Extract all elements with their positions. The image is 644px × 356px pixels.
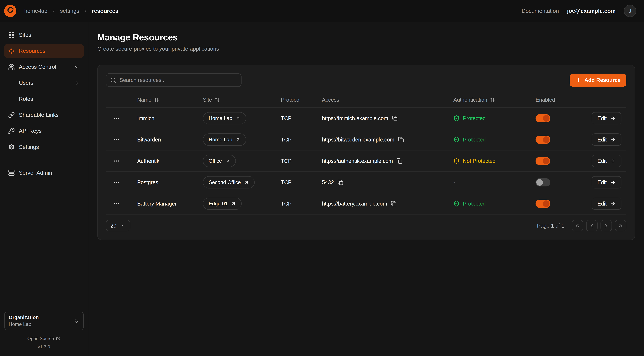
- access-value: 5432: [322, 179, 334, 186]
- sidebar-item-roles[interactable]: Roles: [4, 92, 84, 106]
- row-actions-button[interactable]: [111, 198, 122, 210]
- row-menu-cell: [106, 176, 131, 188]
- copy-button[interactable]: [391, 201, 396, 206]
- breadcrumb-org[interactable]: home-lab: [24, 8, 47, 14]
- resource-name: Authentik: [131, 158, 196, 164]
- resource-name: Postgres: [131, 179, 196, 186]
- enabled-cell: [529, 200, 586, 208]
- edit-button[interactable]: Edit: [592, 112, 621, 124]
- link-icon: [8, 112, 15, 118]
- copy-button[interactable]: [392, 116, 398, 121]
- copy-button[interactable]: [396, 158, 402, 164]
- app-logo[interactable]: [4, 5, 16, 17]
- enabled-toggle[interactable]: [536, 200, 550, 208]
- search-input[interactable]: [106, 73, 242, 87]
- row-actions-button[interactable]: [111, 176, 122, 188]
- chevron-down-icon: [120, 223, 126, 228]
- page-size-select[interactable]: 20: [106, 220, 130, 232]
- resources-table: Name Site Protocol Access Authentication: [106, 92, 626, 232]
- documentation-link[interactable]: Documentation: [522, 8, 559, 14]
- ellipsis-icon: [113, 115, 120, 122]
- copy-icon: [392, 116, 398, 121]
- arrow-right-icon: [610, 137, 616, 142]
- server-icon: [8, 170, 15, 176]
- sidebar-item-users[interactable]: Users: [4, 76, 84, 90]
- sidebar-item-sites[interactable]: Sites: [4, 28, 84, 42]
- shell: Sites Resources Access Control Users Rol…: [0, 22, 644, 356]
- site-link[interactable]: Home Lab: [203, 112, 246, 124]
- edit-label: Edit: [598, 201, 607, 207]
- auth-label: -: [453, 179, 455, 186]
- pagination-first-button[interactable]: [572, 220, 583, 232]
- site-link[interactable]: Office: [203, 155, 236, 167]
- sidebar-item-settings[interactable]: Settings: [4, 140, 84, 154]
- access-value: https://immich.example.com: [322, 115, 388, 121]
- chevrons-left-icon: [574, 223, 580, 228]
- chevron-right-icon: [74, 80, 80, 86]
- edit-button[interactable]: Edit: [592, 155, 621, 167]
- access-cell: https://bitwarden.example.com: [315, 137, 447, 143]
- table-header: Name Site Protocol Access Authentication: [106, 92, 626, 108]
- copy-button[interactable]: [338, 180, 343, 185]
- user-email[interactable]: joe@example.com: [567, 8, 616, 14]
- enabled-cell: [529, 178, 586, 186]
- enabled-toggle[interactable]: [536, 157, 550, 165]
- sidebar-item-label: Access Control: [19, 64, 70, 70]
- pagination-next-button[interactable]: [600, 220, 612, 232]
- row-actions-button[interactable]: [111, 112, 122, 124]
- sidebar-item-server-admin[interactable]: Server Admin: [4, 166, 84, 180]
- edit-cell: Edit: [586, 155, 626, 167]
- column-header-enabled: Enabled: [529, 97, 586, 103]
- edit-button[interactable]: Edit: [592, 198, 621, 210]
- pagination-last-button[interactable]: [615, 220, 626, 232]
- edit-button[interactable]: Edit: [592, 134, 621, 146]
- sidebar-item-label: Settings: [19, 144, 80, 150]
- column-header-authentication[interactable]: Authentication: [447, 97, 529, 103]
- add-resource-button[interactable]: Add Resource: [570, 74, 626, 87]
- auth-status: -: [453, 179, 455, 186]
- main: Manage Resources Create secure proxies t…: [88, 22, 644, 356]
- avatar[interactable]: J: [624, 5, 636, 17]
- org-selector[interactable]: Organization Home Lab: [4, 312, 84, 330]
- site-link[interactable]: Second Office: [203, 176, 255, 188]
- site-link[interactable]: Home Lab: [203, 134, 246, 146]
- copy-icon: [338, 180, 343, 185]
- access-cell: https://immich.example.com: [315, 115, 447, 121]
- sidebar-item-api-keys[interactable]: API Keys: [4, 124, 84, 138]
- org-text: Organization Home Lab: [8, 314, 39, 328]
- open-source-link[interactable]: Open Source: [4, 336, 84, 341]
- enabled-toggle[interactable]: [536, 136, 550, 144]
- chevron-right-icon: [51, 8, 56, 14]
- external-link-icon: [56, 336, 60, 341]
- enabled-toggle[interactable]: [536, 178, 550, 186]
- breadcrumb-settings[interactable]: settings: [60, 8, 79, 14]
- sidebar-footer: Organization Home Lab Open Source v1.3.0: [0, 306, 88, 356]
- row-menu-cell: [106, 198, 131, 210]
- site-link[interactable]: Edge 01: [203, 198, 242, 210]
- edit-label: Edit: [598, 179, 607, 186]
- row-actions-button[interactable]: [111, 155, 122, 167]
- sidebar-item-shareable-links[interactable]: Shareable Links: [4, 108, 84, 122]
- sidebar-item-access-control[interactable]: Access Control: [4, 60, 84, 74]
- sidebar-item-label: Users: [19, 80, 70, 86]
- waypoints-icon: [8, 48, 15, 54]
- row-menu-cell: [106, 112, 131, 124]
- pagination-prev-button[interactable]: [586, 220, 598, 232]
- auth-cell: -: [447, 179, 529, 186]
- toggle-knob: [543, 115, 550, 122]
- gear-icon: [8, 144, 15, 150]
- column-header-site[interactable]: Site: [196, 97, 274, 103]
- enabled-toggle[interactable]: [536, 114, 550, 122]
- row-actions-button[interactable]: [111, 134, 122, 146]
- protocol-cell: TCP: [274, 158, 316, 164]
- column-header-name[interactable]: Name: [131, 97, 196, 103]
- auth-label: Protected: [463, 137, 486, 143]
- copy-button[interactable]: [398, 137, 404, 142]
- sidebar-item-resources[interactable]: Resources: [4, 44, 84, 58]
- access-cell: https://battery.example.com: [315, 201, 447, 207]
- avatar-initial: J: [629, 8, 631, 14]
- edit-button[interactable]: Edit: [592, 176, 621, 188]
- pangolin-logo-icon: [4, 5, 16, 17]
- shield-check-icon: [453, 136, 460, 143]
- edit-cell: Edit: [586, 198, 626, 210]
